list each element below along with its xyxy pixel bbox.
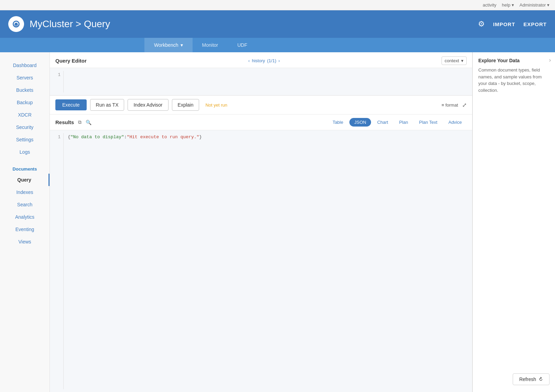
explore-description: Common document types, field names, and …	[478, 67, 549, 94]
explore-collapse-icon[interactable]: ›	[549, 57, 551, 63]
results-label: Results	[55, 119, 74, 125]
explain-button[interactable]: Explain	[172, 99, 199, 111]
tab-workbench[interactable]: Workbench ▾	[144, 38, 193, 52]
context-dropdown-arrow: ▾	[461, 58, 464, 63]
export-button[interactable]: EXPORT	[523, 21, 547, 27]
sidebar-top-group: Dashboard Servers Buckets Backup XDCR Se…	[0, 59, 50, 158]
tab-monitor[interactable]: Monitor	[193, 38, 228, 52]
administrator-menu[interactable]: Administrator ▾	[520, 2, 549, 8]
page-title: MyCluster > Query	[30, 19, 110, 30]
results-content: 1 {"No data to display":"Hit execute to …	[50, 130, 472, 392]
sidebar-item-logs[interactable]: Logs	[0, 146, 50, 158]
app-logo	[8, 16, 24, 32]
help-dropdown-arrow: ▾	[512, 2, 514, 8]
explore-title: Explore Your Data	[478, 58, 549, 63]
sidebar-item-buckets[interactable]: Buckets	[0, 84, 50, 96]
workbench-arrow-icon: ▾	[181, 42, 183, 48]
history-prev-icon[interactable]: ‹	[248, 58, 250, 63]
header-right: ⚙ IMPORT EXPORT	[478, 20, 547, 29]
tab-chart[interactable]: Chart	[372, 118, 393, 127]
results-tabs: Table JSON Chart Plan Plan Text	[328, 118, 467, 127]
sidebar-item-xdcr[interactable]: XDCR	[0, 109, 50, 121]
sidebar-documents-label: Documents	[0, 162, 50, 174]
history-value: (1/1)	[267, 58, 276, 63]
result-line-numbers: 1	[50, 133, 64, 389]
context-select[interactable]: context ▾	[442, 56, 467, 65]
result-code-display: {"No data to display":"Hit execute to ru…	[64, 133, 206, 389]
sidebar-item-search[interactable]: Search	[0, 198, 50, 211]
status-text: Not yet run	[205, 102, 227, 108]
expand-icon[interactable]: ⤢	[462, 102, 467, 108]
line-numbers: 1	[50, 71, 64, 92]
execute-button[interactable]: Execute	[55, 99, 87, 110]
refresh-icon: ↻	[537, 376, 544, 383]
nav-tabs: Workbench ▾ Monitor UDF	[0, 38, 555, 52]
sidebar-item-analytics[interactable]: Analytics	[0, 211, 50, 223]
tab-json[interactable]: JSON	[349, 118, 371, 127]
history-next-icon[interactable]: ›	[278, 58, 280, 63]
tab-table[interactable]: Table	[328, 118, 348, 127]
content-area: Query Editor ‹ history (1/1) › context ▾…	[50, 52, 555, 392]
activity-link[interactable]: activity	[483, 2, 497, 8]
main-layout: Dashboard Servers Buckets Backup XDCR Se…	[0, 52, 555, 392]
sidebar-documents-group: Documents Query Indexes Search Analytics…	[0, 162, 50, 248]
tab-advice[interactable]: Advice	[444, 118, 467, 127]
help-link[interactable]: help ▾	[502, 2, 514, 8]
toolbar-right: ≡ format ⤢	[442, 102, 467, 108]
code-editor: 1	[50, 68, 472, 96]
tab-plan-text[interactable]: Plan Text	[414, 118, 442, 127]
sidebar-item-settings[interactable]: Settings	[0, 133, 50, 146]
run-as-tx-button[interactable]: Run as TX	[90, 99, 124, 111]
svg-point-1	[15, 23, 18, 25]
query-toolbar: Execute Run as TX Index Advisor Explain …	[50, 96, 472, 115]
sidebar-item-security[interactable]: Security	[0, 121, 50, 133]
sidebar-item-indexes[interactable]: Indexes	[0, 186, 50, 198]
query-editor-title: Query Editor	[55, 58, 87, 64]
admin-dropdown-arrow: ▾	[547, 2, 549, 8]
query-panel: Query Editor ‹ history (1/1) › context ▾…	[50, 52, 472, 392]
import-button[interactable]: IMPORT	[493, 21, 515, 27]
copy-icon[interactable]: ⧉	[78, 119, 81, 125]
sidebar: Dashboard Servers Buckets Backup XDCR Se…	[0, 52, 50, 392]
explore-panel: Explore Your Data Common document types,…	[472, 52, 555, 392]
result-line-num-1: 1	[53, 134, 61, 140]
sidebar-item-views[interactable]: Views	[0, 236, 50, 248]
top-bar: activity help ▾ Administrator ▾	[0, 0, 555, 10]
sidebar-item-servers[interactable]: Servers	[0, 72, 50, 84]
sidebar-item-query[interactable]: Query	[0, 174, 50, 186]
search-results-icon[interactable]: 🔍	[86, 120, 91, 125]
results-header: Results ⧉ 🔍 Table JSON Chart Plan	[50, 115, 472, 130]
tab-plan[interactable]: Plan	[394, 118, 413, 127]
index-advisor-button[interactable]: Index Advisor	[128, 99, 168, 111]
sidebar-item-eventing[interactable]: Eventing	[0, 223, 50, 236]
sidebar-item-backup[interactable]: Backup	[0, 96, 50, 109]
history-nav[interactable]: ‹ history (1/1) ›	[248, 58, 280, 63]
query-input[interactable]	[64, 71, 472, 92]
query-editor-header: Query Editor ‹ history (1/1) › context ▾	[50, 52, 472, 68]
refresh-button[interactable]: Refresh ↻	[513, 373, 549, 385]
sidebar-item-dashboard[interactable]: Dashboard	[0, 59, 50, 72]
tab-udf[interactable]: UDF	[228, 38, 257, 52]
header-left: MyCluster > Query	[8, 16, 110, 32]
app-header: MyCluster > Query ⚙ IMPORT EXPORT	[0, 10, 555, 38]
format-button[interactable]: ≡ format	[442, 102, 458, 108]
context-label: context	[445, 58, 459, 63]
settings-icon[interactable]: ⚙	[478, 20, 485, 29]
history-label: history	[252, 58, 265, 63]
line-number-1: 1	[53, 72, 61, 77]
